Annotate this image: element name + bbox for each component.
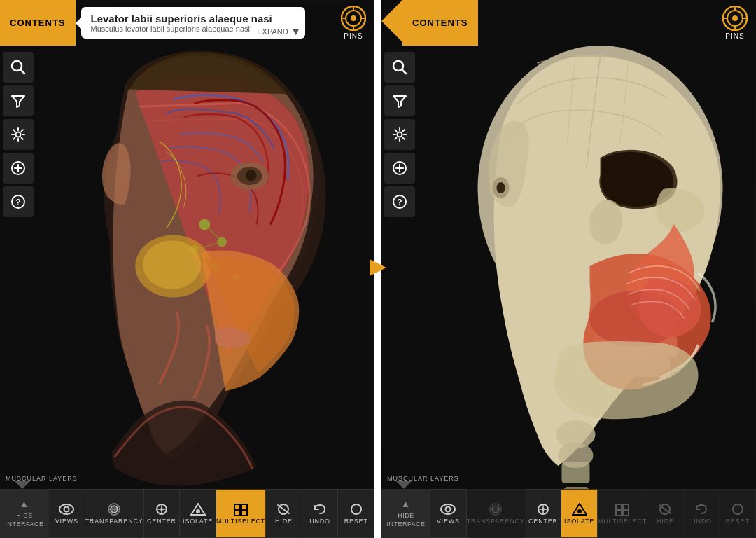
undo-label: UNDO	[309, 518, 330, 525]
right-center-button[interactable]: CENTER	[526, 489, 562, 538]
right-multiselect-label: MULTISELECT	[598, 518, 647, 525]
left-sidebar: ?	[0, 49, 36, 220]
multiselect-icon	[233, 503, 248, 516]
svg-rect-98	[616, 510, 622, 516]
right-pins-button[interactable]: PINS	[714, 0, 756, 46]
right-transparency-icon	[488, 503, 503, 516]
pins-icon	[341, 6, 366, 31]
right-isolate-icon	[572, 503, 587, 516]
svg-point-27	[59, 504, 74, 514]
svg-rect-96	[616, 504, 622, 510]
right-multiselect-button[interactable]: MULTISELECT	[598, 489, 648, 538]
svg-rect-38	[234, 504, 240, 510]
left-bottom-bar: ▲ HIDEINTERFACE VIEWS	[0, 489, 374, 538]
svg-rect-40	[234, 510, 240, 516]
expand-arrow-icon: ▼	[291, 26, 301, 37]
svg-rect-97	[623, 504, 629, 510]
layer-chevron-icon[interactable]	[14, 481, 31, 489]
right-anatomy-svg	[382, 0, 756, 538]
center-button[interactable]: CENTER	[144, 489, 181, 538]
add-icon	[10, 160, 26, 176]
bookmark-button[interactable]	[3, 153, 34, 184]
search-button[interactable]	[3, 52, 34, 83]
right-gear-icon	[392, 127, 407, 142]
right-anatomy-view[interactable]	[382, 0, 756, 538]
right-eye-icon	[440, 503, 456, 516]
transparency-button[interactable]: TRANSPARENCY	[85, 489, 144, 538]
svg-point-35	[160, 508, 163, 511]
multiselect-label: MULTISELECT	[216, 518, 265, 525]
hide-interface-label: HIDEINTERFACE	[5, 512, 43, 528]
right-settings-button[interactable]	[384, 119, 415, 150]
pins-label: PINS	[344, 32, 363, 40]
right-bookmark-button[interactable]	[384, 153, 415, 184]
right-views-button[interactable]: VIEWS	[430, 489, 467, 538]
center-icon	[154, 503, 169, 516]
pins-button[interactable]: PINS	[332, 0, 374, 46]
svg-point-80	[398, 132, 402, 137]
isolate-label: ISOLATE	[183, 518, 213, 525]
svg-line-79	[402, 69, 406, 74]
right-undo-button[interactable]: UNDO	[684, 489, 720, 538]
right-question-icon: ?	[392, 194, 407, 209]
svg-rect-99	[623, 510, 629, 516]
hide-label: HIDE	[275, 518, 293, 525]
right-undo-label: UNDO	[691, 518, 712, 525]
expand-label[interactable]: EXPAND ▼	[253, 25, 304, 39]
right-isolate-button[interactable]: ISOLATE	[561, 489, 598, 538]
contents-button[interactable]: CONTENTS	[0, 0, 76, 46]
svg-point-70	[559, 443, 594, 468]
right-center-icon	[536, 503, 551, 516]
svg-point-73	[732, 15, 738, 21]
next-arrow-icon	[364, 254, 392, 282]
filter-button[interactable]	[3, 85, 34, 116]
svg-point-11	[246, 170, 257, 181]
left-anatomy-view[interactable]	[0, 0, 374, 538]
right-add-icon	[392, 160, 407, 176]
svg-point-37	[196, 509, 200, 513]
left-toolbar: VIEWS TRANSPARENCY	[49, 489, 374, 538]
isolate-icon	[190, 503, 206, 516]
svg-point-95	[578, 509, 582, 513]
right-search-button[interactable]	[384, 52, 415, 83]
hide-interface-button[interactable]: ▲ HIDEINTERFACE	[0, 489, 49, 538]
right-layer-chevron-icon[interactable]	[396, 481, 412, 489]
isolate-button[interactable]: ISOLATE	[180, 489, 216, 538]
help-button[interactable]: ?	[3, 186, 34, 217]
eye-icon	[59, 503, 74, 516]
svg-point-86	[441, 504, 455, 514]
views-button[interactable]: VIEWS	[49, 489, 85, 538]
right-help-button[interactable]: ?	[384, 186, 415, 217]
right-bottom-bar: ▲ HIDEINTERFACE VIEWS	[382, 489, 756, 538]
right-contents-button[interactable]: CONTENTS	[402, 0, 478, 46]
right-isolate-label: ISOLATE	[564, 518, 594, 525]
right-reset-button[interactable]: RESET	[720, 489, 756, 538]
right-panel: CONTENTS PINS	[382, 0, 756, 538]
right-multiselect-icon	[615, 503, 630, 516]
right-top-bar: CONTENTS PINS	[382, 0, 756, 46]
svg-point-87	[446, 506, 451, 511]
svg-point-8	[143, 240, 201, 289]
reset-label: RESET	[344, 518, 368, 525]
right-hide-label: HIDE	[657, 518, 674, 525]
left-top-bar: CONTENTS Levator labii superioris alaequ…	[0, 0, 374, 46]
right-hide-interface-button[interactable]: ▲ HIDEINTERFACE	[382, 489, 430, 538]
right-filter-button[interactable]	[384, 85, 415, 116]
divider-arrow	[364, 254, 392, 284]
gear-icon	[10, 127, 26, 142]
back-arrow-icon	[382, 0, 402, 42]
tooltip-box: Levator labii superioris alaeque nasi Mu…	[81, 7, 305, 39]
svg-text:?: ?	[397, 198, 402, 207]
right-undo-icon	[694, 503, 709, 516]
right-hide-up-arrow-icon: ▲	[401, 498, 412, 509]
svg-line-20	[20, 69, 24, 74]
right-hide-tool-button[interactable]: HIDE	[648, 489, 684, 538]
right-transparency-button[interactable]: TRANSPARENCY	[467, 489, 526, 538]
settings-button[interactable]	[3, 119, 34, 150]
reset-button[interactable]: RESET	[338, 489, 374, 538]
right-pins-icon	[722, 6, 748, 31]
multiselect-button[interactable]: MULTISELECT	[216, 489, 266, 538]
hide-button[interactable]: HIDE	[266, 489, 302, 538]
undo-button[interactable]: UNDO	[302, 489, 339, 538]
svg-point-14	[351, 15, 356, 21]
